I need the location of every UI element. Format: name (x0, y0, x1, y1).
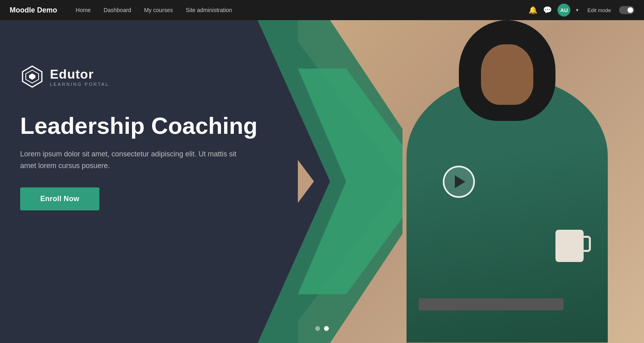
hero-section: Edutor LEARNING PORTAL Leadership Coachi… (0, 20, 644, 343)
person-laptop (419, 298, 564, 310)
carousel-dots (315, 326, 329, 331)
svg-marker-5 (29, 73, 35, 80)
navbar: Moodle Demo Home Dashboard My courses Si… (0, 0, 644, 20)
logo-area: Edutor LEARNING PORTAL (20, 64, 294, 89)
user-avatar[interactable]: AU (557, 4, 570, 17)
logo-subtitle: LEARNING PORTAL (50, 82, 109, 87)
nav-links: Home Dashboard My courses Site administr… (70, 4, 528, 16)
nav-site-admin[interactable]: Site administration (180, 4, 237, 16)
nav-right: 🔔 💬 AU ▾ Edit mode (528, 4, 634, 17)
hero-person (390, 52, 624, 343)
logo-text: Edutor LEARNING PORTAL (50, 67, 109, 87)
edit-mode-label: Edit mode (587, 7, 611, 13)
person-face (481, 44, 533, 105)
hero-content: Edutor LEARNING PORTAL Leadership Coachi… (20, 64, 294, 210)
person-body (407, 77, 608, 343)
enroll-button[interactable]: Enroll Now (20, 187, 99, 210)
hero-title: Leadership Coaching (20, 113, 294, 139)
carousel-dot-2[interactable] (324, 326, 329, 331)
play-button[interactable] (443, 166, 475, 198)
logo-name: Edutor (50, 67, 109, 82)
avatar-dropdown-icon[interactable]: ▾ (576, 7, 578, 13)
svg-marker-2 (298, 69, 402, 294)
carousel-dot-1[interactable] (315, 326, 320, 331)
nav-dashboard[interactable]: Dashboard (98, 4, 137, 16)
nav-my-courses[interactable]: My courses (138, 4, 179, 16)
nav-home[interactable]: Home (70, 4, 96, 16)
notifications-icon[interactable]: 🔔 (528, 6, 537, 15)
edit-mode-toggle[interactable] (619, 6, 634, 14)
messages-icon[interactable]: 💬 (543, 6, 552, 15)
site-brand: Moodle Demo (10, 6, 57, 15)
person-mug (555, 230, 584, 262)
hero-description: Lorem ipsum dolor sit amet, consectetur … (20, 148, 254, 172)
logo-icon (20, 64, 44, 89)
